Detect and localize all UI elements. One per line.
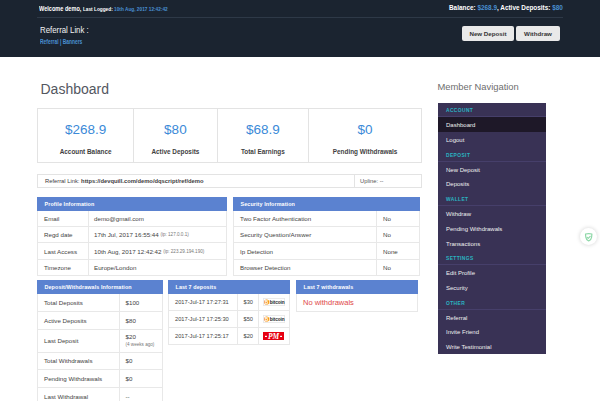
svg-text:PM: PM [268, 332, 280, 341]
svg-text:bitcoin: bitcoin [270, 300, 285, 305]
svg-text:bitcoin: bitcoin [270, 317, 285, 322]
svg-text:B: B [265, 317, 269, 322]
svg-text:B: B [265, 300, 269, 305]
